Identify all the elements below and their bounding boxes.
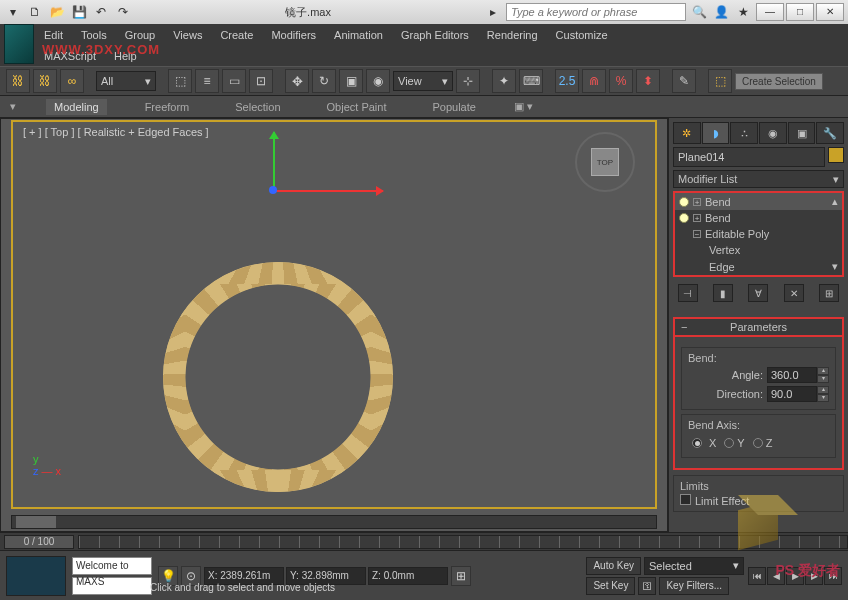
object-name-field[interactable]: Plane014 (673, 147, 825, 167)
track-bar-icon[interactable] (6, 556, 66, 596)
gizmo-x-axis-icon[interactable] (273, 190, 383, 192)
keymode-dropdown[interactable]: Selected▾ (644, 557, 744, 575)
angle-input[interactable] (767, 367, 817, 383)
spin-up-icon[interactable]: ▴ (817, 386, 829, 394)
timeline[interactable]: 0 / 100 (0, 532, 848, 550)
edit-selection-icon[interactable]: ✎ (672, 69, 696, 93)
tab-motion-icon[interactable]: ◉ (759, 122, 787, 144)
history-icon[interactable]: ▸ (484, 3, 502, 21)
maxscript-listener[interactable]: Welcome to MAXS (72, 557, 152, 575)
maximize-button[interactable]: □ (786, 3, 814, 21)
stack-item-editable-poly[interactable]: − Editable Poly (675, 226, 842, 242)
collapse-icon[interactable]: − (681, 321, 687, 333)
viewport-label[interactable]: [ + ] [ Top ] [ Realistic + Edged Faces … (23, 126, 209, 138)
search-icon[interactable]: 🔍 (690, 3, 708, 21)
object-color-swatch[interactable] (828, 147, 844, 163)
stack-item-bend-2[interactable]: + Bend (675, 210, 842, 226)
bind-icon[interactable]: ∞ (60, 69, 84, 93)
pin-stack-icon[interactable]: ⊣ (678, 284, 698, 302)
menu-create[interactable]: Create (220, 29, 253, 41)
unlink-icon[interactable]: ⛓ (33, 69, 57, 93)
spin-down-icon[interactable]: ▾ (817, 375, 829, 383)
pivot-icon[interactable]: ⊹ (456, 69, 480, 93)
modifier-stack[interactable]: + Bend ▴ + Bend − Editable Poly Vertex E… (673, 191, 844, 277)
scroll-up-icon[interactable]: ▴ (832, 195, 838, 208)
favorite-icon[interactable]: ★ (734, 3, 752, 21)
rollout-title[interactable]: − Parameters (673, 317, 844, 337)
redo-icon[interactable]: ↷ (114, 3, 132, 21)
select-scale-icon[interactable]: ▣ (339, 69, 363, 93)
modifier-list-dropdown[interactable]: Modifier List▾ (673, 170, 844, 188)
menu-group[interactable]: Group (125, 29, 156, 41)
menu-views[interactable]: Views (173, 29, 202, 41)
keyboard-shortcut-icon[interactable]: ⌨ (519, 69, 543, 93)
angle-spinner[interactable]: ▴▾ (767, 367, 829, 383)
viewcube-face[interactable]: TOP (591, 148, 619, 176)
select-rotate-icon[interactable]: ↻ (312, 69, 336, 93)
stack-subitem-vertex[interactable]: Vertex (675, 242, 842, 258)
menu-modifiers[interactable]: Modifiers (271, 29, 316, 41)
gizmo-y-axis-icon[interactable] (273, 132, 275, 192)
menu-graph-editors[interactable]: Graph Editors (401, 29, 469, 41)
axis-y-radio[interactable]: Y (724, 437, 744, 449)
expand-icon[interactable]: + (693, 198, 701, 206)
tab-hierarchy-icon[interactable]: ⛬ (730, 122, 758, 144)
timeline-ticks[interactable] (78, 535, 848, 549)
ribbon-toggle-icon[interactable]: ▾ (10, 100, 16, 113)
save-icon[interactable]: 💾 (70, 3, 88, 21)
expand-icon[interactable]: + (693, 214, 701, 222)
manipulate-icon[interactable]: ✦ (492, 69, 516, 93)
spin-down-icon[interactable]: ▾ (817, 394, 829, 402)
named-selection-icon[interactable]: ⬚ (708, 69, 732, 93)
direction-input[interactable] (767, 386, 817, 402)
link-icon[interactable]: ⛓ (6, 69, 30, 93)
app-menu-icon[interactable]: ▾ (4, 3, 22, 21)
spinner-snap-icon[interactable]: ⬍ (636, 69, 660, 93)
stack-item-bend-1[interactable]: + Bend ▴ (675, 193, 842, 210)
minimize-button[interactable]: — (756, 3, 784, 21)
grid-setting-icon[interactable]: ⊞ (451, 566, 471, 586)
select-name-icon[interactable]: ≡ (195, 69, 219, 93)
percent-snap-icon[interactable]: % (609, 69, 633, 93)
tab-modify-icon[interactable]: ◗ (702, 122, 730, 144)
signin-icon[interactable]: 👤 (712, 3, 730, 21)
ribbon-menu-icon[interactable]: ▣ ▾ (514, 100, 533, 113)
setkey-button[interactable]: Set Key (586, 577, 635, 595)
spin-up-icon[interactable]: ▴ (817, 367, 829, 375)
viewport-canvas[interactable]: [ + ] [ Top ] [ Realistic + Edged Faces … (11, 120, 657, 509)
selection-filter-dropdown[interactable]: All▾ (96, 71, 156, 91)
time-slider[interactable]: 0 / 100 (4, 535, 74, 549)
close-button[interactable]: ✕ (816, 3, 844, 21)
ribbon-tab-modeling[interactable]: Modeling (46, 99, 107, 115)
goto-start-icon[interactable]: ⏮ (748, 567, 766, 585)
coord-z-input[interactable]: Z: 0.0mm (368, 567, 448, 585)
ref-coord-dropdown[interactable]: View▾ (393, 71, 453, 91)
tab-utilities-icon[interactable]: 🔧 (816, 122, 844, 144)
direction-spinner[interactable]: ▴▾ (767, 386, 829, 402)
make-unique-icon[interactable]: ∀ (748, 284, 768, 302)
open-icon[interactable]: 📂 (48, 3, 66, 21)
gizmo-z-axis-icon[interactable] (269, 186, 277, 194)
scroll-down-icon[interactable]: ▾ (832, 260, 838, 273)
select-place-icon[interactable]: ◉ (366, 69, 390, 93)
axis-x-radio[interactable]: X (692, 437, 716, 449)
key-icon[interactable]: ⚿ (638, 577, 656, 595)
app-logo-icon[interactable] (4, 24, 34, 64)
configure-sets-icon[interactable]: ⊞ (819, 284, 839, 302)
select-region-icon[interactable]: ▭ (222, 69, 246, 93)
ribbon-tab-freeform[interactable]: Freeform (137, 99, 198, 115)
remove-modifier-icon[interactable]: ✕ (784, 284, 804, 302)
menu-rendering[interactable]: Rendering (487, 29, 538, 41)
select-move-icon[interactable]: ✥ (285, 69, 309, 93)
menu-edit[interactable]: Edit (44, 29, 63, 41)
menu-customize[interactable]: Customize (556, 29, 608, 41)
snap-toggle-icon[interactable]: 2.5 (555, 69, 579, 93)
viewport[interactable]: [ + ] [ Top ] [ Realistic + Edged Faces … (0, 118, 668, 532)
viewcube[interactable]: TOP (575, 132, 635, 192)
menu-animation[interactable]: Animation (334, 29, 383, 41)
tab-display-icon[interactable]: ▣ (788, 122, 816, 144)
window-crossing-icon[interactable]: ⊡ (249, 69, 273, 93)
angle-snap-icon[interactable]: ⋒ (582, 69, 606, 93)
viewport-object-ring[interactable] (163, 262, 393, 492)
ribbon-tab-object-paint[interactable]: Object Paint (319, 99, 395, 115)
